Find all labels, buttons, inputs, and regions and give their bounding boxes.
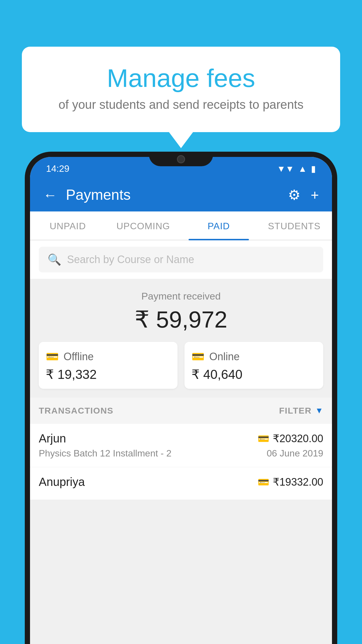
transaction-amount-container: 💳 ₹20320.00 <box>258 433 323 445</box>
tab-upcoming[interactable]: UPCOMING <box>106 211 181 240</box>
transaction-row[interactable]: Anupriya 💳 ₹19332.00 <box>30 467 332 500</box>
online-label: Online <box>209 351 240 363</box>
online-icon: 💳 <box>191 351 205 363</box>
add-button[interactable]: + <box>311 187 319 203</box>
signal-icon: ▲ <box>298 164 307 174</box>
filter-icon: ▼ <box>315 406 323 415</box>
offline-icon: 💳 <box>46 351 59 363</box>
search-placeholder: Search by Course or Name <box>67 253 194 266</box>
wifi-icon: ▼▼ <box>277 164 294 174</box>
transaction-name: Anupriya <box>39 475 85 489</box>
transaction-top: Anupriya 💳 ₹19332.00 <box>39 475 323 489</box>
bubble-subtitle: of your students and send receipts to pa… <box>45 98 317 112</box>
offline-payment-icon: 💳 <box>258 477 269 488</box>
tab-students[interactable]: STUDENTS <box>256 211 332 240</box>
speech-bubble: Manage fees of your students and send re… <box>22 47 340 132</box>
payment-total-amount: ₹ 59,972 <box>39 306 323 333</box>
phone-screen: 14:29 ▼▼ ▲ ▮ ← Payments ⚙ + UNPAID UPCOM… <box>30 157 332 644</box>
transactions-header: TRANSACTIONS FILTER ▼ <box>30 398 332 424</box>
search-bar[interactable]: 🔍 Search by Course or Name <box>39 247 323 272</box>
offline-card-header: 💳 Offline <box>46 351 171 363</box>
offline-card: 💳 Offline ₹ 19,332 <box>39 342 178 389</box>
tab-paid[interactable]: PAID <box>181 211 256 240</box>
app-bar-title: Payments <box>66 186 279 203</box>
payment-cards: 💳 Offline ₹ 19,332 💳 Online ₹ 40,640 <box>39 342 323 389</box>
phone-notch <box>149 152 213 166</box>
battery-icon: ▮ <box>311 164 316 174</box>
transaction-amount: ₹20320.00 <box>273 433 323 445</box>
phone-frame: 14:29 ▼▼ ▲ ▮ ← Payments ⚙ + UNPAID UPCOM… <box>25 152 337 644</box>
transactions-label: TRANSACTIONS <box>39 406 113 416</box>
settings-button[interactable]: ⚙ <box>288 187 301 203</box>
status-icons: ▼▼ ▲ ▮ <box>277 164 316 174</box>
online-amount: ₹ 40,640 <box>191 367 316 382</box>
transaction-amount: ₹19332.00 <box>273 476 323 488</box>
app-bar: ← Payments ⚙ + <box>30 178 332 211</box>
online-card: 💳 Online ₹ 40,640 <box>184 342 323 389</box>
transaction-row[interactable]: Arjun 💳 ₹20320.00 Physics Batch 12 Insta… <box>30 424 332 467</box>
payment-received-label: Payment received <box>39 290 323 302</box>
bubble-title: Manage fees <box>45 64 317 92</box>
transaction-amount-container: 💳 ₹19332.00 <box>258 476 323 488</box>
transaction-date: 06 June 2019 <box>267 448 323 459</box>
filter-label: FILTER <box>279 406 312 416</box>
phone-camera <box>177 155 185 163</box>
status-time: 14:29 <box>46 163 69 174</box>
back-button[interactable]: ← <box>43 187 57 203</box>
transaction-bottom: Physics Batch 12 Installment - 2 06 June… <box>39 448 323 459</box>
tabs: UNPAID UPCOMING PAID STUDENTS <box>30 211 332 240</box>
online-card-header: 💳 Online <box>191 351 316 363</box>
offline-amount: ₹ 19,332 <box>46 367 171 382</box>
offline-label: Offline <box>64 351 94 363</box>
online-payment-icon: 💳 <box>258 433 269 444</box>
search-icon: 🔍 <box>48 253 61 266</box>
payment-summary: Payment received ₹ 59,972 💳 Offline ₹ 19… <box>30 279 332 398</box>
transaction-top: Arjun 💳 ₹20320.00 <box>39 432 323 445</box>
search-container: 🔍 Search by Course or Name <box>30 240 332 279</box>
speech-bubble-container: Manage fees of your students and send re… <box>22 47 340 132</box>
transaction-name: Arjun <box>39 432 66 445</box>
app-bar-actions: ⚙ + <box>288 187 319 203</box>
tab-unpaid[interactable]: UNPAID <box>30 211 106 240</box>
filter-button[interactable]: FILTER ▼ <box>279 406 323 416</box>
transaction-course: Physics Batch 12 Installment - 2 <box>39 448 171 459</box>
